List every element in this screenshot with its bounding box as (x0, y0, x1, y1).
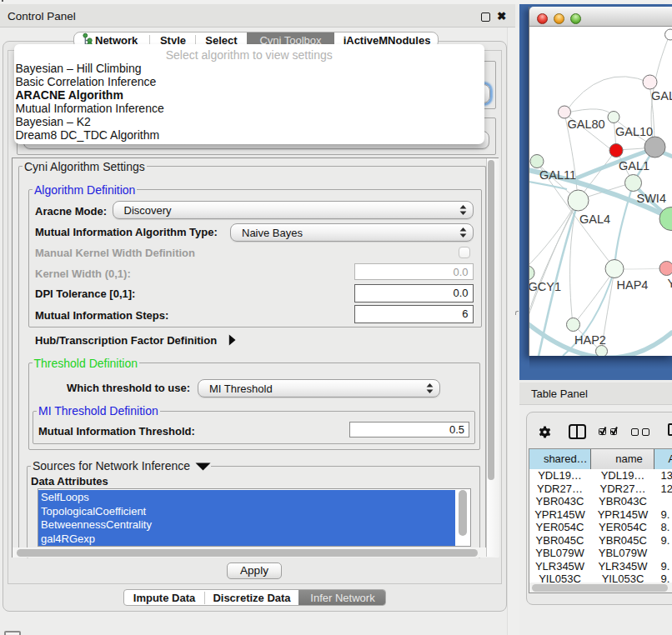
svg-text:GAL80: GAL80 (568, 118, 605, 131)
svg-text:GAL1: GAL1 (619, 158, 649, 172)
svg-text:GAL4: GAL4 (579, 212, 610, 225)
svg-text:GAL10: GAL10 (615, 124, 653, 138)
svg-text:Y: Y (668, 277, 672, 290)
svg-text:SWI4: SWI4 (637, 191, 666, 204)
svg-text:GAL7: GAL7 (651, 89, 672, 102)
svg-text:GAL11: GAL11 (539, 168, 576, 182)
svg-text:GCY1: GCY1 (529, 280, 561, 293)
svg-text:HAP2: HAP2 (574, 332, 606, 346)
svg-text:HAP4: HAP4 (617, 278, 649, 292)
